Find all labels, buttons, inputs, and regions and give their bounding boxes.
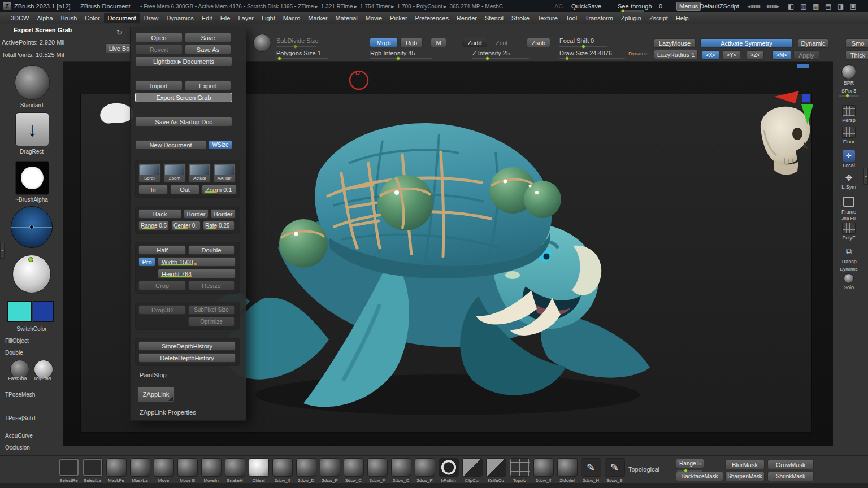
menubar-item[interactable]: Draw [140, 13, 163, 23]
menubar-item[interactable]: Tool [562, 13, 581, 23]
layout-icon[interactable]: ◧ [788, 2, 794, 10]
menubar-item[interactable]: Stroke [507, 13, 533, 23]
brush-slot[interactable]: hPolish [437, 458, 459, 483]
export-button[interactable]: Export [185, 81, 231, 90]
half-button[interactable]: Half [138, 245, 186, 255]
optimize-button[interactable]: Optimize [188, 317, 235, 326]
zcut-button[interactable]: Zcut [496, 40, 507, 46]
m-button[interactable]: M [431, 38, 446, 47]
wsize-button[interactable]: WSize [209, 140, 232, 150]
grow-mask-button[interactable]: GrowMask [767, 460, 814, 469]
accucurve-button[interactable]: AccuCurve [5, 433, 33, 439]
live-boolean-button[interactable]: Live Bo [105, 43, 133, 53]
zadd-button[interactable]: Zadd [462, 38, 487, 47]
tray-left-icon[interactable]: ◀▮▮▮▮ [747, 4, 761, 9]
color-picker-sphere[interactable] [11, 206, 53, 248]
rgb-intensity-label[interactable]: Rgb Intensity 45 [370, 50, 415, 56]
grid-icon[interactable]: ▦ [813, 2, 819, 10]
lazyradius-slider[interactable]: LazyRadius 1 [654, 50, 698, 59]
scroll-button[interactable]: Scroll [138, 163, 161, 182]
brush-slot[interactable]: 3dcw_C [390, 458, 412, 483]
menubar-item[interactable]: Light [258, 13, 279, 23]
symmetry-m-button[interactable]: >M< [772, 50, 791, 60]
zsub-button[interactable]: Zsub [527, 38, 550, 47]
range-slider-menu[interactable]: Range 0.5 [138, 221, 169, 230]
center-slider[interactable]: Center 0. [171, 221, 201, 230]
current-brush-thumb[interactable] [15, 65, 50, 100]
polyf-label[interactable]: PolyF [834, 235, 863, 241]
polyf-icon[interactable] [842, 223, 856, 234]
menubar-item[interactable]: Render [453, 13, 481, 23]
zapplink-button[interactable]: ZAppLink [137, 386, 175, 402]
delete-depth-history-button[interactable]: DeleteDepthHistory [138, 353, 236, 363]
brush-slot[interactable]: SelectRe [58, 458, 80, 483]
save-as-startup-doc-button[interactable]: Save As Startup Doc [135, 117, 232, 127]
smooth-button-clipped[interactable]: Smo [845, 38, 868, 48]
current-stroke-thumb[interactable]: ↓ [15, 112, 49, 146]
menubar-item[interactable]: Marker [304, 13, 331, 23]
brush-slot[interactable]: Move [153, 458, 175, 483]
quicksave-button[interactable]: QuickSave [571, 3, 601, 10]
zoom-value-slider[interactable]: Zoom 0.1 [202, 185, 237, 194]
spix-slider-bar[interactable] [839, 95, 859, 97]
lsym-icon[interactable]: ✥ [834, 173, 863, 183]
backface-mask-button[interactable]: BackfaceMask [676, 472, 723, 481]
menubar-item[interactable]: Movie [362, 13, 386, 23]
local-icon[interactable]: ✛ [843, 150, 855, 162]
brush-slot[interactable]: 3dcw_D [295, 458, 317, 483]
brush-slot[interactable]: ✎3dcw_H [580, 458, 602, 483]
polygons-size-label[interactable]: Polygons Size 1 [276, 50, 321, 56]
menubar-item[interactable]: Material [332, 13, 362, 23]
paintstop-submenu[interactable]: PaintStop [140, 372, 241, 378]
menubar-item-document[interactable]: Document [104, 13, 140, 23]
menubar-item[interactable]: Transform [581, 13, 617, 23]
transp-label[interactable]: Transp [834, 259, 863, 264]
switch-color-button[interactable]: SwitchColor [0, 326, 63, 332]
mrgb-button[interactable]: Mrgb [370, 38, 398, 47]
shrink-mask-button[interactable]: ShrinkMask [767, 472, 814, 481]
menubar-item[interactable]: Alpha [33, 13, 57, 23]
brush-slot[interactable]: 3dcw_F [366, 458, 388, 483]
occlusion-button[interactable]: Occlusion [5, 445, 30, 451]
blur-mask-button[interactable]: BlurMask [725, 460, 765, 469]
frame-label[interactable]: Frame [834, 209, 863, 215]
rgb-intensity-slider[interactable] [370, 58, 432, 59]
focal-shift-label[interactable]: Focal Shift 0 [559, 37, 594, 44]
menubar-item[interactable]: Zplugin [617, 13, 645, 23]
save-as-button[interactable]: Save As [185, 45, 231, 54]
brush-slot[interactable]: 3dcw_If [271, 458, 293, 483]
sharpen-mask-button[interactable]: SharpenMask [725, 472, 765, 481]
menubar-item[interactable]: Stencil [481, 13, 507, 23]
menu-pin-icon[interactable]: ↻ [116, 28, 123, 37]
apply-button[interactable]: Apply [793, 50, 819, 60]
symmetry-x-button[interactable]: >X< [702, 50, 719, 60]
frame-icon[interactable] [843, 197, 854, 207]
save-button[interactable]: Save [185, 33, 231, 42]
draw-size-slider[interactable] [559, 58, 625, 59]
menubar-item[interactable]: File [216, 13, 235, 23]
topological-label[interactable]: Topological [628, 466, 659, 473]
brush-slot[interactable]: Chisel [248, 458, 270, 483]
z-intensity-label[interactable]: Z Intensity 25 [472, 50, 510, 56]
symmetry-y-button[interactable]: >Y< [723, 50, 740, 60]
zapplink-properties-submenu[interactable]: ZAppLink Properties [140, 409, 241, 416]
lazymouse-button[interactable]: LazyMouse [654, 38, 696, 48]
brush-slot[interactable]: 3dcw_P [414, 458, 436, 483]
solo-icon[interactable] [844, 273, 854, 284]
window-icon[interactable]: ▣ [850, 2, 856, 10]
persp-label[interactable]: Persp [834, 117, 863, 123]
symmetry-z-button[interactable]: >Z< [747, 50, 764, 60]
lsym-label[interactable]: L.Sym [834, 184, 863, 190]
fill-object-button[interactable]: FillObject [5, 338, 29, 344]
menubar-item[interactable]: Help [672, 13, 693, 23]
drop3d-button[interactable]: Drop3D [138, 305, 186, 315]
back-color-button[interactable]: Back [138, 209, 181, 219]
tpose-mesh-button[interactable]: TPoseMesh [5, 391, 35, 398]
export-screen-grab-button[interactable]: Export Screen Grab [135, 93, 232, 102]
current-alpha-thumb[interactable] [15, 161, 49, 195]
menubar-item[interactable]: Picker [386, 13, 411, 23]
floor-icon[interactable] [842, 127, 856, 138]
menubar-item[interactable]: 3DCW [7, 13, 33, 23]
subdivide-size-label[interactable]: SubDivide Size [276, 37, 319, 44]
activate-symmetry-button[interactable]: Activate Symmetry [700, 38, 793, 48]
